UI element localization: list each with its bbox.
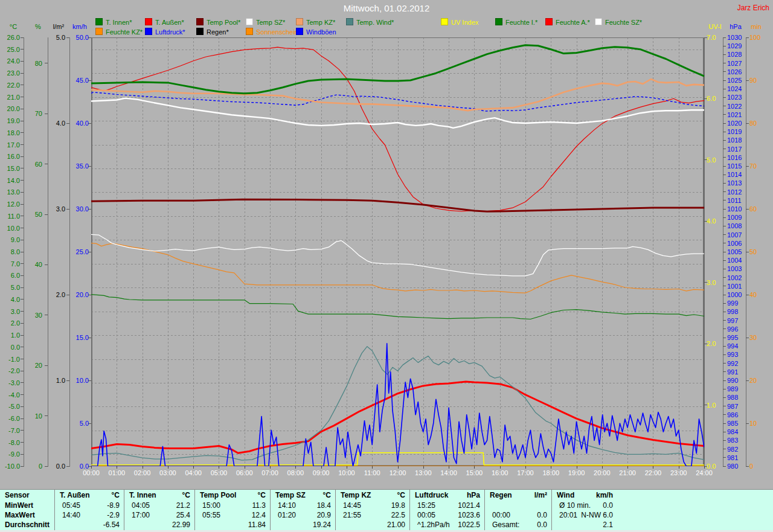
table-cell-time: 00:05: [417, 510, 435, 520]
axis-tick: [21, 192, 24, 193]
axis-tick: [746, 123, 749, 124]
axis-tick: [723, 46, 726, 46]
legend-item-tempkz[interactable]: Temp KZ*: [296, 18, 335, 25]
legend-item-temppool[interactable]: Temp Pool*: [196, 18, 240, 25]
axis-tick-label: 2.0: [56, 291, 65, 298]
legend-swatch-icon: [145, 28, 152, 35]
legend-item-sonnenschein[interactable]: Sonnenschein: [246, 28, 298, 35]
legend-item-feuchtea[interactable]: Feuchte A.*: [545, 18, 590, 25]
axis-tick: [723, 132, 726, 132]
legend-item-tempsz[interactable]: Temp SZ*: [246, 18, 285, 25]
legend-swatch-icon: [196, 28, 204, 35]
legend-label: Temp. Wind*: [356, 19, 394, 26]
axis-tick: [723, 389, 726, 389]
table-group-temppool: Temp Pool°C15:0011.305:5512.411.84: [194, 490, 271, 530]
x-axis-tick: [704, 466, 705, 469]
legend-item-feuchtekz[interactable]: Feuchte KZ*: [95, 28, 143, 35]
x-axis-tick: [577, 466, 577, 469]
axis-tick: [21, 121, 24, 121]
table-row: 00:051023.6: [410, 510, 485, 520]
axis-tick-label: 990: [727, 377, 738, 384]
axis-tick: [746, 380, 749, 381]
table-cell-value: N-NW 6.0: [581, 510, 613, 520]
legend-item-feuchtesz[interactable]: Feuchte SZ*: [595, 18, 642, 25]
axis-tick: [723, 97, 726, 98]
axis-tick: [21, 216, 24, 216]
table-sensor-unit: km/h: [596, 490, 613, 500]
x-axis-label: 02:00: [134, 469, 151, 476]
table-group-header: LuftdruckhPa: [410, 490, 485, 500]
table-row-label: MaxWert: [0, 510, 54, 520]
legend-item-tauen[interactable]: T. Außen*: [145, 18, 184, 25]
axis-tick: [746, 338, 749, 338]
axis-tick: [723, 320, 726, 321]
axis-tick-label: 1014: [727, 171, 742, 178]
axis-tick: [45, 466, 48, 467]
axis-tick: [723, 466, 726, 467]
axis-header-: %: [35, 23, 41, 30]
table-cell-value: 2.1: [603, 520, 613, 530]
axis-tick-label: 1004: [727, 257, 742, 264]
axis-tick: [21, 97, 24, 97]
axis-header-kmh: km/h: [72, 23, 87, 30]
table-cell-value: 11.84: [248, 520, 266, 530]
axis-tick: [21, 406, 24, 407]
axis-tick: [723, 200, 726, 200]
axis-tick-label: 10.0: [76, 377, 89, 384]
axis-tick: [21, 204, 24, 205]
axis-tick-label: 15.0: [76, 334, 89, 341]
axis-tick: [723, 89, 726, 89]
legend-item-windben[interactable]: Windböen: [296, 28, 336, 35]
axis-tick-label: 982: [727, 446, 738, 453]
x-axis-label: 12:00: [390, 469, 406, 476]
axis-tick: [723, 432, 726, 432]
axis-tick: [21, 335, 24, 336]
axis-tick: [66, 295, 69, 295]
axis-tick-label: 981: [727, 454, 738, 461]
chart-plot-area: [91, 37, 704, 466]
axis-line: [704, 37, 705, 467]
axis-tick-label: 7.0: [707, 34, 716, 41]
axis-tick-label: 20.0: [76, 291, 89, 298]
axis-tick-label: 5.0: [707, 156, 716, 164]
axis-tick-label: 16.0: [7, 153, 20, 160]
legend-label: T. Innen*: [106, 19, 132, 26]
legend-item-luftdruck[interactable]: Luftdruck*: [145, 28, 185, 35]
axis-tick-label: 1015: [727, 162, 742, 170]
axis-tick-label: 90: [749, 77, 757, 84]
legend-label: Regen*: [207, 28, 229, 36]
series-feuchtekz: [91, 243, 704, 293]
legend-swatch-icon: [495, 18, 502, 25]
series-tempkz: [91, 79, 704, 111]
axis-tick: [723, 123, 726, 124]
axis-tick: [723, 243, 726, 243]
table-row: Ø 10 min.0.0: [552, 501, 618, 510]
table-group-luftdruck: LuftdruckhPa15:251021.400:051023.6^1.2hP…: [409, 490, 485, 530]
axis-tick-label: 992: [727, 360, 738, 367]
table-cell-value: 11.3: [252, 501, 266, 510]
legend-item-regen[interactable]: Regen*: [196, 28, 229, 35]
axis-tick-label: 30: [35, 312, 42, 319]
legend-item-tinnen[interactable]: T. Innen*: [95, 18, 132, 25]
legend-item-tempwind[interactable]: Temp. Wind*: [346, 18, 394, 25]
axis-tick: [21, 132, 24, 133]
table-sensor-name: T. Innen: [129, 490, 156, 500]
x-axis-tick: [474, 466, 475, 469]
legend-item-uvindex[interactable]: UV Index: [441, 18, 478, 25]
legend-item-feuchtei[interactable]: Feuchte I.*: [495, 18, 537, 25]
axis-tick-label: 1005: [727, 248, 742, 255]
axis-tick-label: 1001: [727, 283, 742, 290]
table-cell-value: 1023.6: [458, 510, 480, 520]
x-axis-label: 05:00: [211, 469, 228, 476]
x-axis-tick: [245, 466, 245, 469]
axis-tick: [723, 312, 726, 312]
legend-swatch-icon: [296, 18, 303, 25]
axis-tick-label: -5.0: [8, 403, 20, 410]
series-tempwind: [91, 347, 704, 460]
axis-tick-label: 1018: [727, 136, 742, 144]
axis-tick-label: 1027: [727, 60, 742, 67]
axis-tick-label: 0.0: [56, 463, 65, 470]
axis-tick-label: 0.0: [11, 344, 20, 351]
axis-tick: [21, 287, 24, 288]
x-axis-label: 17:00: [517, 469, 534, 476]
